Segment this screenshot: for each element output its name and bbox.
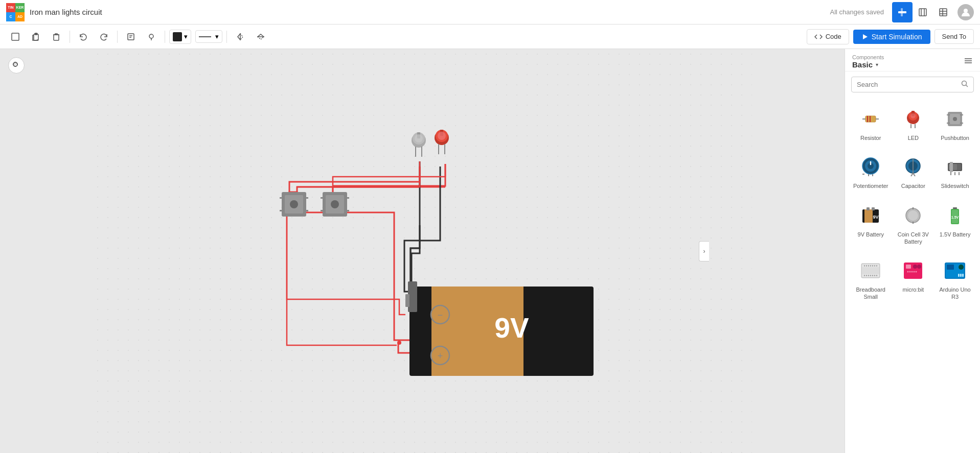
logo[interactable]: TIN KER C AD: [6, 3, 25, 21]
code-button[interactable]: Code: [807, 29, 849, 44]
svg-rect-2: [919, 9, 926, 16]
svg-rect-13: [54, 35, 59, 40]
separator: [70, 31, 70, 43]
svg-text:−: −: [438, 310, 443, 320]
sidebar-section-info: Components Basic ▾: [852, 54, 884, 69]
svg-rect-109: [872, 207, 875, 210]
toolbar: ▾ ▾ Code Start Simulation Send To: [0, 25, 980, 49]
undo-button[interactable]: [74, 28, 93, 46]
category-dropdown[interactable]: ▾: [876, 62, 878, 67]
line-dropdown-arrow: ▾: [215, 33, 219, 40]
svg-rect-102: [950, 162, 953, 172]
schematic-tab[interactable]: [913, 2, 933, 22]
new-button[interactable]: [6, 28, 25, 46]
sidebar-collapse-arrow[interactable]: ›: [699, 241, 709, 261]
svg-point-130: [866, 275, 867, 276]
svg-point-35: [397, 341, 401, 345]
color-picker[interactable]: ▾: [169, 30, 191, 44]
svg-rect-100: [953, 164, 957, 170]
microbit-img: [900, 257, 926, 284]
svg-rect-81: [953, 117, 957, 121]
note-button[interactable]: [122, 28, 140, 46]
component-1-5v-battery[interactable]: 1.5V 1.5V Battery: [936, 198, 974, 250]
slideswitch-img: [942, 154, 968, 180]
svg-rect-47: [321, 210, 325, 211]
pushbutton-label: Pushbutton: [941, 134, 969, 141]
svg-point-138: [913, 265, 917, 269]
pushbutton-1: [280, 192, 308, 217]
svg-point-140: [907, 271, 909, 273]
component-arduino[interactable]: Arduino Uno R3: [936, 253, 974, 305]
line-style-picker[interactable]: ▾: [195, 30, 222, 43]
svg-rect-25: [93, 49, 752, 453]
svg-point-144: [916, 271, 917, 273]
circuit-tab[interactable]: [892, 2, 913, 22]
svg-point-59: [438, 132, 446, 140]
list-view-toggle[interactable]: [964, 56, 973, 67]
svg-point-135: [876, 275, 877, 276]
svg-point-143: [914, 271, 915, 273]
right-sidebar: Components Basic ▾: [845, 49, 980, 453]
logo-ad: AD: [15, 12, 25, 21]
svg-point-134: [874, 275, 875, 276]
component-potentiometer[interactable]: Potentiometer: [851, 150, 890, 194]
svg-point-125: [870, 265, 871, 266]
logo-tin: TIN: [6, 3, 15, 12]
svg-rect-39: [280, 197, 284, 199]
coin-cell-img: [900, 202, 926, 229]
canvas-area[interactable]: 9V + −: [0, 49, 845, 453]
9v-battery-img: 9V: [857, 202, 884, 229]
svg-point-132: [870, 275, 871, 276]
user-avatar[interactable]: [958, 4, 974, 20]
svg-rect-49: [345, 210, 349, 211]
svg-text:+: +: [438, 351, 443, 361]
svg-marker-21: [863, 34, 868, 39]
component-microbit[interactable]: micro:bit: [894, 253, 932, 305]
sidebar-category-title: Basic: [852, 60, 873, 69]
svg-text:1.5V: 1.5V: [951, 216, 959, 219]
svg-rect-40: [280, 210, 284, 211]
component-coin-cell[interactable]: Coin Cell 3V Battery: [894, 198, 932, 250]
component-led[interactable]: LED: [894, 102, 932, 146]
svg-rect-149: [958, 274, 960, 277]
svg-rect-137: [906, 265, 911, 269]
svg-point-148: [959, 265, 964, 270]
pushbutton-img: [942, 106, 968, 132]
svg-rect-14: [128, 34, 134, 40]
breadboard-label: Breadboard Small: [853, 286, 888, 301]
led-img: [900, 106, 926, 132]
capacitor-label: Capacitor: [901, 182, 925, 189]
delete-button[interactable]: [47, 28, 65, 46]
component-pushbutton[interactable]: Pushbutton: [936, 102, 974, 146]
top-nav: TIN KER C AD Iron man lights circuit All…: [0, 0, 980, 25]
component-9v-battery[interactable]: 9V 9V Battery: [851, 198, 890, 250]
pushbutton-2: [321, 192, 349, 217]
start-simulation-button[interactable]: Start Simulation: [853, 30, 930, 44]
zoom-button[interactable]: [8, 57, 25, 74]
svg-rect-46: [321, 197, 325, 199]
flip-v-button[interactable]: [252, 28, 270, 46]
search-box[interactable]: [851, 77, 974, 92]
component-capacitor[interactable]: Capacitor: [894, 150, 932, 194]
svg-rect-101: [957, 164, 961, 170]
send-to-label: Send To: [942, 33, 966, 40]
component-resistor[interactable]: Resistor: [851, 102, 890, 146]
spreadsheet-tab[interactable]: [933, 2, 953, 22]
svg-point-112: [908, 210, 918, 221]
component-breadboard[interactable]: Breadboard Small: [851, 253, 890, 305]
svg-rect-30: [405, 294, 409, 307]
probe-button[interactable]: [142, 28, 161, 46]
svg-point-141: [909, 271, 911, 273]
send-to-button[interactable]: Send To: [935, 29, 974, 44]
svg-point-76: [910, 113, 916, 118]
component-slideswitch[interactable]: Slideswitch: [936, 150, 974, 194]
flip-h-button[interactable]: [231, 28, 249, 46]
potentiometer-img: [857, 154, 884, 180]
search-input[interactable]: [857, 81, 958, 88]
svg-point-131: [868, 275, 869, 276]
color-swatch: [173, 32, 182, 41]
paste-button[interactable]: [27, 28, 45, 46]
redo-button[interactable]: [95, 28, 113, 46]
svg-point-65: [962, 81, 967, 86]
svg-rect-5: [940, 9, 947, 16]
